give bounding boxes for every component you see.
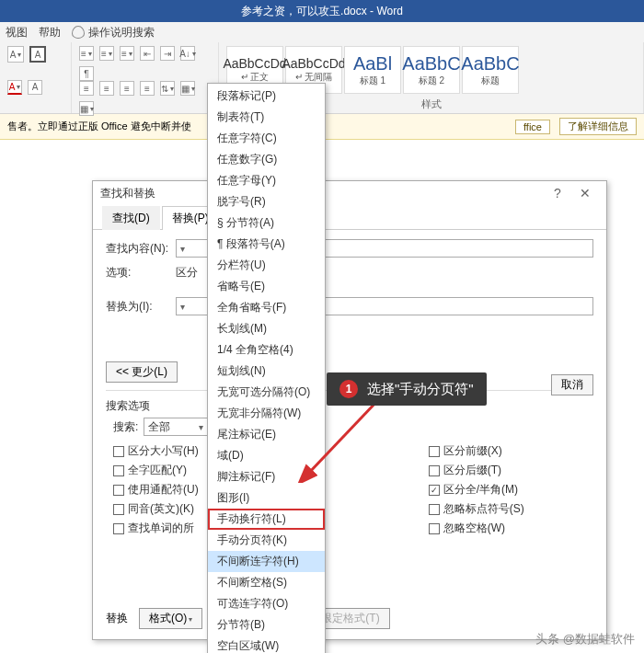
menu-item[interactable]: 手动分页符(K) — [208, 530, 325, 551]
menu-item[interactable]: § 分节符(A) — [208, 212, 325, 234]
format-button[interactable]: 格式(O) — [139, 608, 202, 629]
menu-item[interactable]: 1/4 全角空格(4) — [208, 339, 325, 361]
find-replace-dialog: 查找和替换 ? ✕ 查找(D) 替换(P) 查找内容(N): 选项: 区分 替换… — [92, 180, 607, 640]
chk-match-case[interactable]: 区分大小写(H) — [113, 443, 199, 459]
less-button[interactable]: << 更少(L) — [106, 361, 178, 383]
menu-item[interactable]: 图形(I) — [208, 487, 325, 509]
borders-icon[interactable]: ▦ — [79, 101, 94, 116]
close-button[interactable]: ✕ — [571, 186, 599, 200]
ribbon-group-para: ≡ ≡ ≡ ⇤ ⇥ A↓ ¶ ≡ ≡ ≡ ≡ ⇅ ▦ ▦ — [72, 42, 219, 113]
menu-item[interactable]: 无宽可选分隔符(O) — [208, 382, 325, 403]
bullets-icon[interactable]: ≡ — [79, 46, 94, 61]
menu-item[interactable]: 脚注标记(F) — [208, 466, 325, 487]
find-label: 查找内容(N): — [106, 241, 170, 257]
style-heading2[interactable]: AaBbC 标题 2 — [403, 46, 460, 94]
menu-item[interactable]: 任意数字(G) — [208, 149, 325, 170]
infobar-btn-office[interactable]: ffice — [515, 120, 550, 134]
menu-item[interactable]: 无宽非分隔符(W) — [208, 403, 325, 424]
shading-icon[interactable]: ▦ — [180, 81, 195, 96]
pilcrow-icon[interactable]: ¶ — [79, 66, 94, 81]
doc-title: 参考之资，可以攻玉.docx - Word — [241, 4, 403, 19]
menu-item[interactable]: ¶ 段落符号(A) — [208, 234, 325, 255]
char-border-icon[interactable]: A — [28, 80, 42, 95]
right-options-col: 区分前缀(X) 区分后缀(T) ✓区分全/半角(M) 忽略标点符号(S) 忽略空… — [429, 443, 524, 536]
align-justify-icon[interactable]: ≡ — [140, 81, 155, 96]
chk-wildcards[interactable]: 使用通配符(U) — [113, 482, 199, 498]
menu-item[interactable]: 可选连字符(O) — [208, 593, 325, 614]
bulb-icon — [72, 26, 85, 39]
special-format-menu: 段落标记(P)制表符(T)任意字符(C)任意数字(G)任意字母(Y)脱字号(R)… — [207, 83, 326, 653]
dialog-titlebar: 查找和替换 ? ✕ — [93, 181, 606, 205]
menu-item[interactable]: 制表符(T) — [208, 107, 325, 128]
menu-item[interactable]: 省略号(E) — [208, 276, 325, 297]
multilevel-icon[interactable]: ≡ — [120, 46, 134, 61]
annotation-callout: 1 选择"手动分页符" — [327, 372, 487, 406]
chk-prefix[interactable]: 区分前缀(X) — [429, 443, 524, 459]
menu-item[interactable]: 手动换行符(L) — [208, 509, 325, 530]
options-label: 选项: — [106, 265, 170, 281]
tell-me-search[interactable]: 操作说明搜索 — [72, 25, 155, 40]
chk-whole-word[interactable]: 全字匹配(Y) — [113, 463, 199, 478]
menu-item[interactable]: 分节符(B) — [208, 614, 325, 636]
chk-sounds-like[interactable]: 同音(英文)(K) — [113, 501, 199, 517]
align-center-icon[interactable]: ≡ — [99, 81, 114, 96]
left-options-col: 区分大小写(H) 全字匹配(Y) 使用通配符(U) 同音(英文)(K) 查找单词… — [113, 443, 199, 536]
bottom-section-label: 替换 — [106, 611, 128, 626]
search-direction-combo[interactable]: 全部 — [144, 418, 208, 436]
options-value: 区分 — [176, 265, 198, 281]
titlebar: 参考之资，可以攻玉.docx - Word — [0, 0, 644, 22]
menu-item[interactable]: 脱字号(R) — [208, 191, 325, 212]
menu-item[interactable]: 不间断空格(S) — [208, 572, 325, 593]
menu-item[interactable]: 任意字符(C) — [208, 128, 325, 149]
align-right-icon[interactable]: ≡ — [120, 81, 134, 96]
cancel-button[interactable]: 取消 — [551, 374, 593, 395]
dialog-title-text: 查找和替换 — [100, 186, 155, 201]
outdent-icon[interactable]: ⇤ — [140, 46, 155, 61]
callout-text: 选择"手动分页符" — [367, 381, 474, 398]
menu-item[interactable]: 不间断连字符(H) — [208, 551, 325, 572]
font-color-icon[interactable]: A — [7, 46, 24, 63]
search-dir-label: 搜索: — [113, 419, 138, 435]
menu-item[interactable]: 分栏符(U) — [208, 255, 325, 276]
tab-find[interactable]: 查找(D) — [102, 206, 160, 230]
style-heading1[interactable]: AaBl 标题 1 — [344, 46, 401, 94]
tab-help[interactable]: 帮助 — [39, 25, 61, 40]
menu-item[interactable]: 空白区域(W) — [208, 636, 325, 653]
sort-icon[interactable]: A↓ — [180, 46, 195, 61]
align-left-icon[interactable]: ≡ — [79, 81, 94, 96]
callout-number: 1 — [339, 380, 358, 398]
watermark: 头条 @数据蛙软件 — [535, 631, 635, 647]
menu-item[interactable]: 全角省略号(F) — [208, 297, 325, 318]
tab-view[interactable]: 视图 — [6, 25, 28, 40]
line-spacing-icon[interactable]: ⇅ — [160, 81, 175, 96]
menu-item[interactable]: 任意字母(Y) — [208, 170, 325, 191]
infobar-msg: 售者。立即通过正版 Office 避免中断并使 — [7, 120, 191, 133]
text-box-icon[interactable]: A — [29, 46, 46, 63]
ribbon-group-font: A A A A — [0, 42, 72, 113]
menu-item[interactable]: 尾注标记(E) — [208, 424, 325, 445]
chk-suffix[interactable]: 区分后缀(T) — [429, 463, 524, 478]
font-color-red-icon[interactable]: A — [7, 80, 22, 95]
menu-item[interactable]: 域(D) — [208, 445, 325, 466]
help-button[interactable]: ? — [544, 186, 571, 200]
ribbon-tabs: 视图 帮助 操作说明搜索 — [0, 22, 644, 42]
menu-item[interactable]: 段落标记(P) — [208, 86, 325, 107]
dialog-tabs: 查找(D) 替换(P) — [93, 205, 606, 230]
chk-fullhalf[interactable]: ✓区分全/半角(M) — [429, 482, 524, 498]
infobar-btn-more[interactable]: 了解详细信息 — [559, 118, 637, 135]
chk-punct[interactable]: 忽略标点符号(S) — [429, 501, 524, 517]
chk-space[interactable]: 忽略空格(W) — [429, 521, 524, 536]
style-title[interactable]: AaBbC 标题 — [462, 46, 519, 94]
menu-item[interactable]: 短划线(N) — [208, 361, 325, 382]
tell-me-label: 操作说明搜索 — [88, 25, 155, 40]
replace-label: 替换为(I): — [106, 299, 170, 315]
menu-item[interactable]: 长划线(M) — [208, 318, 325, 339]
chk-word-forms[interactable]: 查找单词的所 — [113, 521, 199, 536]
numbering-icon[interactable]: ≡ — [99, 46, 114, 61]
indent-icon[interactable]: ⇥ — [160, 46, 175, 61]
